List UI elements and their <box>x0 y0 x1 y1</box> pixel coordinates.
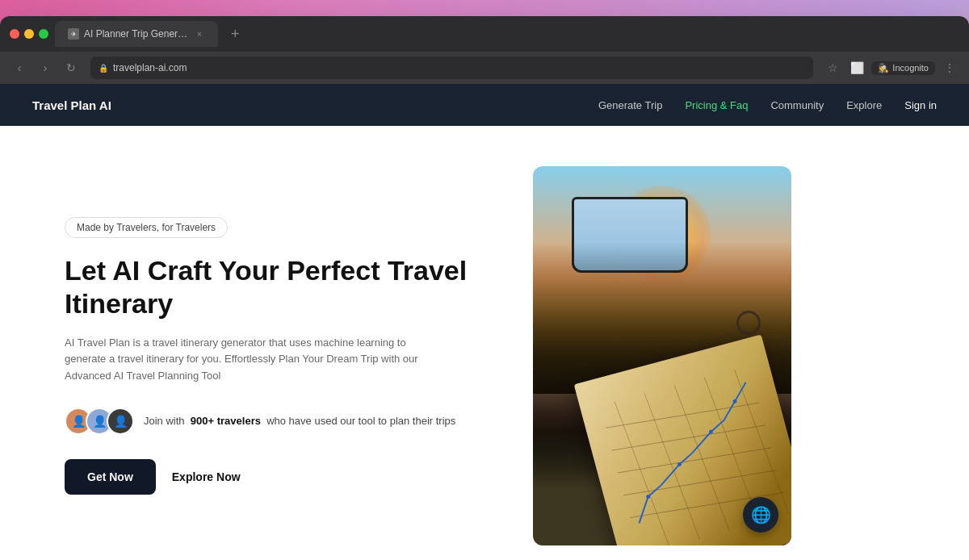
hero-section: Made by Travelers, for Travelers Let AI … <box>0 126 969 560</box>
browser-toolbar: ‹ › ↻ 🔒 travelplan-ai.com ☆ ⬜ 🕵 Incognit… <box>0 52 969 84</box>
incognito-label: Incognito <box>892 63 929 73</box>
incognito-icon: 🕵 <box>878 63 889 73</box>
lock-icon: 🔒 <box>99 64 108 73</box>
website-content: Travel Plan AI Generate Trip Pricing & F… <box>0 84 969 560</box>
hero-content: Made by Travelers, for Travelers Let AI … <box>65 166 484 545</box>
hero-title: Let AI Craft Your Perfect Travel Itinera… <box>65 254 484 320</box>
bookmark-icon[interactable]: ☆ <box>823 58 842 77</box>
get-now-button[interactable]: Get Now <box>65 459 156 495</box>
nav-link-explore[interactable]: Explore <box>846 99 882 111</box>
explore-now-button[interactable]: Explore Now <box>172 470 241 483</box>
extensions-icon[interactable]: ⬜ <box>847 58 866 77</box>
tab-title-text: AI Planner Trip Generator <box>84 28 189 40</box>
url-text: travelplan-ai.com <box>113 62 187 73</box>
hero-title-line1: Let AI Craft Your Perfect Travel <box>65 255 467 286</box>
nav-link-signin[interactable]: Sign in <box>904 99 937 111</box>
hero-description: AI Travel Plan is a travel itinerary gen… <box>65 335 428 385</box>
svg-line-7 <box>674 382 729 535</box>
reload-button[interactable]: ↻ <box>61 58 81 77</box>
nav-link-community[interactable]: Community <box>770 99 824 111</box>
nav-link-pricing[interactable]: Pricing & Faq <box>685 99 748 111</box>
browser-window: ✈ AI Planner Trip Generator × + ‹ › ↻ 🔒 … <box>0 16 969 560</box>
hero-image: 🌐 <box>533 166 791 545</box>
hero-image-bg <box>533 166 791 545</box>
svg-line-6 <box>644 389 699 542</box>
avatar-stack: 👤 👤 👤 <box>65 407 134 435</box>
tab-close-button[interactable]: × <box>194 28 205 40</box>
social-proof-prefix: Join with <box>144 415 185 427</box>
traffic-light-green[interactable] <box>39 29 48 39</box>
browser-tab-active[interactable]: ✈ AI Planner Trip Generator × <box>55 21 218 47</box>
menu-icon[interactable]: ⋮ <box>940 58 959 77</box>
svg-line-2 <box>618 433 771 487</box>
new-tab-button[interactable]: + <box>224 26 246 43</box>
chat-icon: 🌐 <box>751 505 771 524</box>
social-proof-text: Join with 900+ travelers who have used o… <box>144 415 455 427</box>
address-bar[interactable]: 🔒 travelplan-ai.com <box>90 56 813 79</box>
browser-titlebar: ✈ AI Planner Trip Generator × + <box>0 16 969 52</box>
traffic-light-red[interactable] <box>10 29 19 39</box>
incognito-badge: 🕵 Incognito <box>871 61 935 75</box>
nav-link-generate[interactable]: Generate Trip <box>598 99 663 111</box>
nav-links: Generate Trip Pricing & Faq Community Ex… <box>598 98 937 112</box>
forward-button[interactable]: › <box>36 58 55 77</box>
traffic-light-yellow[interactable] <box>24 29 34 39</box>
hero-cta: Get Now Explore Now <box>65 459 484 495</box>
steering-wheel <box>736 311 761 335</box>
site-nav: Travel Plan AI Generate Trip Pricing & F… <box>0 84 969 126</box>
chat-widget[interactable]: 🌐 <box>743 497 778 533</box>
avatar-3: 👤 <box>107 407 134 435</box>
site-logo[interactable]: Travel Plan AI <box>32 98 111 112</box>
social-proof: 👤 👤 👤 Join with 900+ travelers who have … <box>65 407 484 435</box>
toolbar-icons: ☆ ⬜ 🕵 Incognito ⋮ <box>823 58 959 77</box>
traffic-lights <box>10 29 48 39</box>
hero-title-line2: Itinerary <box>65 288 173 319</box>
social-proof-count: 900+ travelers <box>191 415 261 427</box>
svg-line-5 <box>615 397 669 545</box>
hero-badge: Made by Travelers, for Travelers <box>65 217 228 238</box>
svg-line-0 <box>606 387 759 442</box>
social-proof-suffix: who have used our tool to plan their tri… <box>266 415 455 427</box>
tab-favicon: ✈ <box>68 28 79 40</box>
back-button[interactable]: ‹ <box>10 58 29 77</box>
